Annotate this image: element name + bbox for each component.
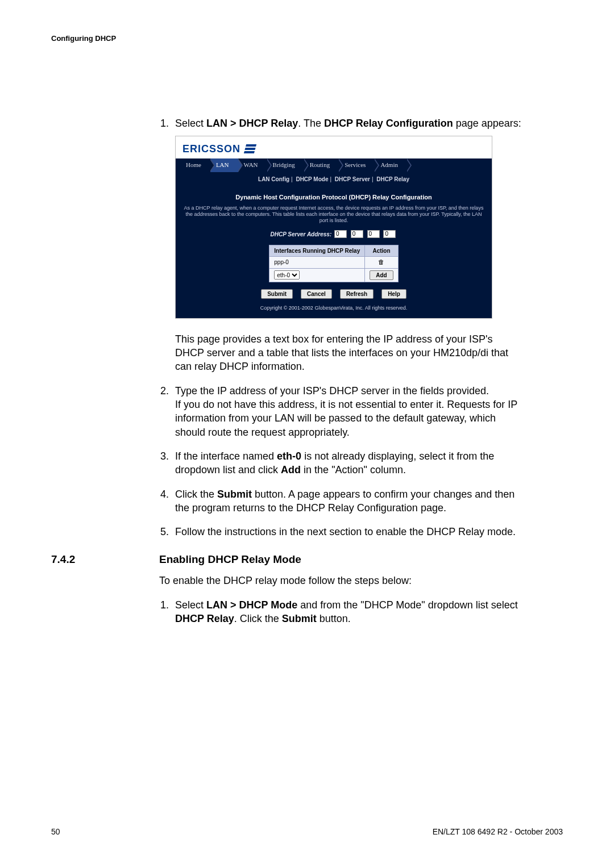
page-number: 50 (51, 827, 60, 836)
step-2: Type the IP address of your ISP's DHCP s… (172, 384, 523, 439)
subnav-lan-config[interactable]: LAN Config (258, 176, 289, 182)
step1-post: page appears: (453, 118, 521, 129)
running-head: Configuring DHCP (51, 34, 563, 43)
step3-post: in the "Action" column. (301, 464, 406, 475)
s742-1-post: button. (317, 613, 351, 624)
ericsson-logo-icon (244, 144, 256, 153)
step1-mid: . The (298, 118, 324, 129)
addr-label: DHCP Server Address: (271, 231, 332, 237)
shot-copyright: Copyright © 2001-2002 GlobespanVirata, I… (180, 302, 487, 311)
router-subnav: LAN Config| DHCP Mode| DHCP Server| DHCP… (176, 172, 492, 187)
nav-services[interactable]: Services (339, 158, 375, 172)
addr-octet-3[interactable] (367, 230, 380, 238)
page-footer: 50 EN/LZT 108 6492 R2 - October 2003 (51, 827, 563, 836)
heading-number: 7.4.2 (51, 553, 159, 566)
ericsson-logo-text: ERICSSON (182, 142, 240, 156)
step-4: Click the Submit button. A page appears … (172, 487, 523, 515)
submit-button[interactable]: Submit (261, 289, 293, 299)
addr-octet-1[interactable] (334, 230, 347, 238)
trash-icon[interactable]: 🗑 (378, 258, 384, 265)
step1-bold1: LAN > DHCP Relay (206, 118, 298, 129)
heading-text: Enabling DHCP Relay Mode (159, 553, 301, 566)
step1-bold2: DHCP Relay Configuration (324, 118, 453, 129)
heading-intro: To enable the DHCP relay mode follow the… (159, 574, 523, 587)
s742-1-bold2: DHCP Relay (175, 613, 234, 624)
th-action: Action (365, 245, 398, 257)
step3-pre: If the interface named (175, 450, 277, 462)
s742-1-pre: Select (175, 599, 206, 611)
s742-1-bold3: Submit (282, 613, 317, 624)
router-screenshot: ERICSSON Home LAN WAN Bridging Routing S… (175, 136, 492, 319)
router-nav: Home LAN WAN Bridging Routing Services A… (176, 158, 492, 172)
s742-1-mid2: . Click the (234, 613, 282, 624)
step-1: Select LAN > DHCP Relay. The DHCP Relay … (172, 116, 523, 374)
nav-home[interactable]: Home (180, 158, 210, 172)
table-row: ppp-0 🗑 (269, 257, 398, 269)
dhcp-server-address-row: DHCP Server Address: (180, 230, 487, 238)
table-row: eth-0 Add (269, 268, 398, 282)
s742-1-mid1: and from the "DHCP Mode" dropdown list s… (297, 599, 518, 611)
help-button[interactable]: Help (381, 289, 406, 299)
if-ppp0: ppp-0 (269, 257, 365, 269)
doc-id: EN/LZT 108 6492 R2 - October 2003 (433, 827, 563, 836)
button-row: Submit Cancel Refresh Help (180, 289, 487, 299)
addr-octet-4[interactable] (383, 230, 396, 238)
add-button[interactable]: Add (370, 270, 393, 280)
step4-bold1: Submit (217, 489, 252, 500)
s742-1-bold1: LAN > DHCP Mode (206, 599, 297, 611)
addr-octet-2[interactable] (351, 230, 363, 238)
panel-title: Dynamic Host Configuration Protocol (DHC… (180, 189, 487, 205)
step3-bold1: eth-0 (277, 450, 301, 462)
interfaces-table: Interfaces Running DHCP Relay Action ppp… (269, 245, 398, 282)
step2-a: Type the IP address of your ISP's DHCP s… (175, 385, 489, 397)
panel-desc: As a DHCP relay agent, when a computer r… (180, 205, 487, 230)
router-logo-bar: ERICSSON (176, 136, 492, 158)
refresh-button[interactable]: Refresh (340, 289, 374, 299)
router-panel: Dynamic Host Configuration Protocol (DHC… (176, 186, 492, 318)
step-3: If the interface named eth-0 is not alre… (172, 449, 523, 477)
subnav-dhcp-server[interactable]: DHCP Server (335, 176, 370, 182)
after-shot-para: This page provides a text box for enteri… (175, 332, 523, 374)
th-interfaces: Interfaces Running DHCP Relay (269, 245, 365, 257)
interface-select[interactable]: eth-0 (274, 270, 300, 279)
subnav-dhcp-relay[interactable]: DHCP Relay (376, 176, 409, 182)
step3-bold2: Add (281, 464, 301, 475)
step2-b: If you do not have this address, it is n… (175, 399, 517, 438)
nav-routing[interactable]: Routing (304, 158, 339, 172)
cancel-button[interactable]: Cancel (301, 289, 332, 299)
step-742-1: Select LAN > DHCP Mode and from the "DHC… (172, 598, 523, 626)
nav-bridging[interactable]: Bridging (267, 158, 304, 172)
step4-pre: Click the (175, 489, 217, 500)
nav-admin[interactable]: Admin (375, 158, 407, 172)
subnav-dhcp-mode[interactable]: DHCP Mode (296, 176, 328, 182)
step1-pre: Select (175, 118, 206, 129)
step-5: Follow the instructions in the next sect… (172, 525, 523, 539)
